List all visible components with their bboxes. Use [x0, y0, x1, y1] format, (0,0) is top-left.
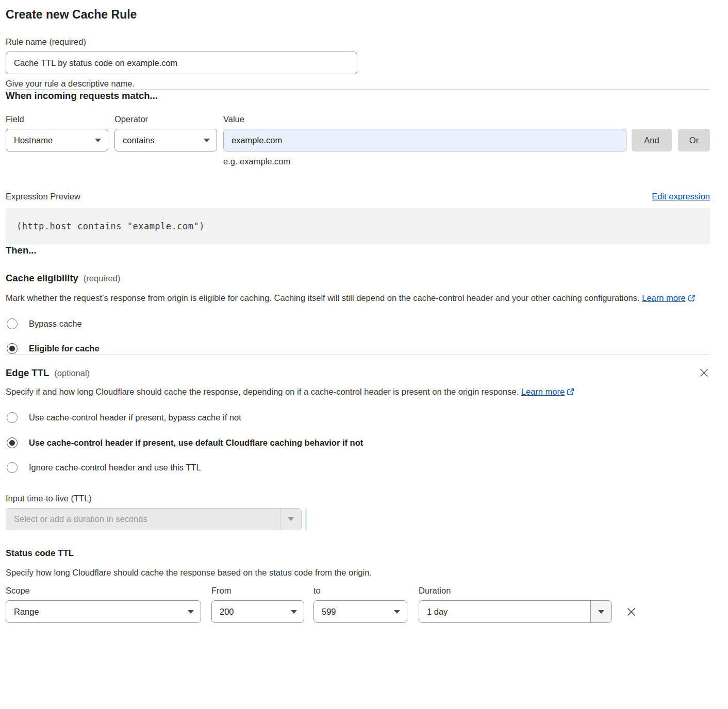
chevron-down-icon — [204, 139, 210, 142]
radio-ignore-header[interactable]: Ignore cache-control header and use this… — [6, 462, 710, 473]
radio-circle-unselected[interactable] — [7, 412, 18, 423]
scope-label: Scope — [6, 585, 201, 596]
section-divider — [6, 354, 710, 354]
required-tag: (required) — [84, 274, 121, 283]
edge-ttl-heading: Edge TTL — [6, 367, 49, 379]
status-code-ttl-row: Scope Range From 200 to 599 Duration 1 d… — [6, 585, 710, 623]
radio-label: Use cache-control header if present, use… — [29, 438, 363, 448]
field-label: Field — [6, 113, 108, 125]
external-link-icon — [567, 388, 574, 396]
operator-label: Operator — [114, 113, 217, 125]
match-section-heading: When incoming requests match... — [6, 90, 710, 102]
expression-code: (http.host contains "example.com") — [16, 221, 205, 231]
chevron-down-icon — [291, 610, 297, 614]
match-condition-row: Field Hostname Operator contains Value e… — [6, 113, 710, 167]
create-cache-rule-form: Create new Cache Rule Rule name (require… — [0, 0, 728, 644]
scope-select[interactable]: Range — [6, 600, 201, 623]
operator-select[interactable]: contains — [114, 129, 217, 151]
learn-more-label: Learn more — [521, 387, 565, 396]
from-select[interactable]: 200 — [211, 600, 304, 623]
chevron-down-icon — [598, 610, 604, 614]
radio-bypass-cache[interactable]: Bypass cache — [6, 318, 710, 329]
learn-more-label: Learn more — [642, 293, 685, 302]
radio-label: Ignore cache-control header and use this… — [29, 463, 201, 472]
cache-eligibility-heading: Cache eligibility — [6, 272, 78, 284]
chevron-down-icon — [188, 610, 194, 614]
ttl-duration-select[interactable]: Select or add a duration in seconds — [6, 508, 302, 530]
close-icon — [699, 368, 709, 378]
radio-circle-unselected[interactable] — [7, 462, 18, 473]
and-button[interactable]: And — [632, 129, 672, 151]
scope-select-value: Range — [14, 607, 39, 617]
optional-tag: (optional) — [54, 368, 90, 378]
value-input[interactable] — [223, 129, 626, 151]
expression-code-block: (http.host contains "example.com") — [6, 208, 710, 244]
radio-eligible-for-cache[interactable]: Eligible for cache — [6, 343, 710, 354]
to-select[interactable]: 599 — [313, 600, 407, 623]
or-button[interactable]: Or — [678, 129, 710, 151]
field-select-value: Hostname — [14, 136, 53, 145]
radio-use-header-default[interactable]: Use cache-control header if present, use… — [6, 437, 710, 448]
status-code-ttl-heading: Status code TTL — [6, 548, 710, 559]
cache-eligibility-learn-more-link[interactable]: Learn more — [642, 293, 695, 302]
rule-name-label: Rule name (required) — [6, 36, 710, 47]
radio-circle-selected[interactable] — [7, 343, 18, 354]
cache-eligibility-description: Mark whether the request’s response from… — [6, 291, 699, 305]
cache-eligibility-description-text: Mark whether the request’s response from… — [6, 293, 640, 302]
ttl-duration-placeholder: Select or add a duration in seconds — [6, 514, 280, 524]
duration-label: Duration — [419, 585, 612, 596]
from-label: From — [211, 585, 304, 596]
radio-label: Use cache-control header if present, byp… — [29, 413, 241, 423]
radio-circle-unselected[interactable] — [7, 318, 18, 329]
external-link-icon — [688, 294, 696, 302]
rule-name-help: Give your rule a descriptive name. — [6, 78, 710, 89]
duration-dropdown-button[interactable] — [590, 601, 611, 622]
edge-ttl-close-button[interactable] — [698, 367, 710, 379]
radio-use-header-bypass[interactable]: Use cache-control header if present, byp… — [6, 412, 710, 423]
to-label: to — [313, 585, 407, 596]
delete-status-row-button[interactable] — [625, 605, 638, 618]
radio-label: Eligible for cache — [29, 344, 100, 353]
field-select[interactable]: Hostname — [6, 129, 108, 151]
text-caret — [305, 508, 307, 530]
status-code-ttl-description: Specify how long Cloudflare should cache… — [6, 565, 699, 580]
chevron-down-icon — [95, 139, 101, 142]
radio-label: Bypass cache — [29, 319, 82, 329]
edge-ttl-description-text: Specify if and how long Cloudflare shoul… — [6, 387, 519, 396]
then-heading: Then... — [6, 244, 710, 257]
from-select-value: 200 — [220, 607, 234, 617]
ttl-input-label: Input time-to-live (TTL) — [6, 493, 710, 504]
edge-ttl-learn-more-link[interactable]: Learn more — [521, 387, 574, 396]
operator-select-value: contains — [123, 136, 154, 145]
value-help: e.g. example.com — [223, 156, 626, 167]
edge-ttl-description: Specify if and how long Cloudflare shoul… — [6, 384, 575, 399]
chevron-down-icon — [394, 610, 400, 614]
radio-circle-selected[interactable] — [7, 437, 18, 448]
rule-name-input[interactable] — [6, 52, 357, 74]
to-select-value: 599 — [322, 607, 336, 617]
ttl-duration-dropdown-button[interactable] — [280, 509, 301, 530]
delete-x-icon — [626, 606, 637, 617]
value-label: Value — [223, 113, 626, 125]
duration-select-value: 1 day — [427, 607, 448, 617]
edit-expression-link[interactable]: Edit expression — [652, 192, 710, 201]
expression-preview-label: Expression Preview — [6, 191, 80, 202]
page-title: Create new Cache Rule — [6, 7, 710, 22]
chevron-down-icon — [288, 517, 294, 521]
duration-select[interactable]: 1 day — [419, 600, 612, 623]
